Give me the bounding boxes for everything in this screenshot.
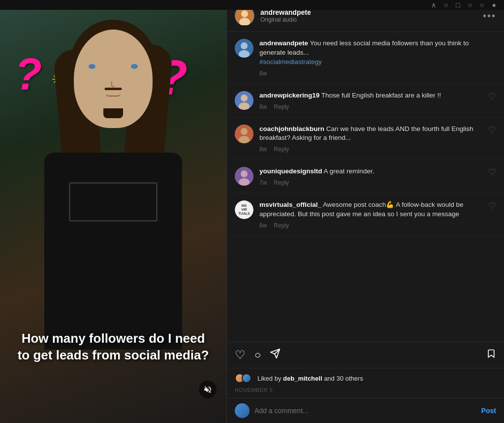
bookmark-icon — [486, 348, 496, 359]
reply-button[interactable]: Reply — [274, 179, 289, 186]
avatar-img — [235, 125, 253, 143]
comment-action-button[interactable]: ○ — [254, 349, 261, 361]
comment-item: andrewandpete You need less social media… — [227, 32, 504, 84]
comment-time: 8w — [259, 70, 267, 77]
likes-count: 30 others — [336, 375, 363, 382]
comment-item: MSVIRTUALS msvirtuals_official_ Awesome … — [227, 194, 504, 236]
input-user-avatar — [235, 403, 250, 418]
nav-icon-2: ○ — [444, 1, 448, 9]
comment-text: coachjohnblackburn Can we have the leads… — [259, 125, 482, 143]
question-mark-1: ? — [15, 49, 42, 100]
comment-time: 7w — [259, 179, 267, 186]
post-owner-info: andrewandpete Original audio — [260, 8, 483, 23]
nav-icon-4: ○ — [468, 1, 472, 9]
caption-text: How many followers do I need to get lead… — [15, 330, 212, 364]
top-nav: ∧ ○ □ ○ ○ ● — [0, 0, 504, 10]
comment-body: andrewpickering19 Those full English bre… — [259, 91, 482, 110]
comment-item: coachjohnblackburn Can we have the leads… — [227, 118, 504, 161]
like-button[interactable]: ♡ — [488, 200, 496, 211]
comment-avatar[interactable] — [235, 91, 253, 110]
comment-meta: 8w Reply — [259, 103, 482, 110]
likes-avatars — [235, 373, 249, 383]
reply-button[interactable]: Reply — [274, 103, 289, 110]
svg-point-10 — [241, 128, 248, 135]
mute-button[interactable] — [199, 381, 217, 398]
comment-content: A great reminder. — [324, 167, 375, 175]
likes-suffix: and — [322, 375, 337, 382]
like-button[interactable]: ♡ — [488, 91, 496, 102]
likes-avatar-2 — [242, 373, 252, 383]
avatar-img — [235, 39, 253, 58]
comment-username[interactable]: andrewandpete — [259, 39, 308, 47]
comment-meta: 8w Reply — [259, 222, 482, 229]
post-date: NOVEMBER 5 — [227, 385, 504, 398]
comment-username[interactable]: andrewpickering19 — [259, 92, 319, 99]
comment-text: msvirtuals_official_ Awesome post coach💪… — [259, 200, 482, 219]
comment-meta: 7w Reply — [259, 179, 482, 186]
comment-meta: 8w — [259, 70, 496, 77]
likes-section: Liked by deb_mitchell and 30 others — [227, 368, 504, 385]
comment-body: msvirtuals_official_ Awesome post coach💪… — [259, 200, 482, 229]
comment-input[interactable] — [254, 407, 476, 415]
comment-item: andrewpickering19 Those full English bre… — [227, 84, 504, 118]
comment-body: andrewandpete You need less social media… — [259, 39, 496, 77]
comment-text: andrewpickering19 Those full English bre… — [259, 91, 482, 100]
avatar-img — [235, 91, 253, 110]
comment-username[interactable]: coachjohnblackburn — [259, 125, 324, 132]
mute-icon — [203, 385, 212, 394]
action-bar: ♡ ○ — [227, 342, 504, 368]
comment-time: 8w — [259, 103, 267, 110]
reply-button[interactable]: Reply — [274, 146, 289, 153]
comment-item: youniquedesignsltd A great reminder. 7w … — [227, 160, 504, 194]
bookmark-button[interactable] — [486, 348, 496, 362]
comment-time: 8w — [259, 146, 267, 153]
comment-avatar[interactable]: MSVIRTUALS — [235, 200, 253, 219]
msv-logo: MSVIRTUALS — [235, 200, 253, 219]
comment-username[interactable]: msvirtuals_official_ — [259, 201, 321, 208]
avatar-img — [235, 167, 253, 186]
profile-avatar-small: ● — [492, 1, 496, 9]
comments-panel: andrewandpete Original audio ••• andrewa… — [226, 0, 504, 423]
comment-hashtag: #socialmediastrategy — [259, 58, 322, 65]
share-icon — [270, 348, 281, 359]
comment-meta: 8w Reply — [259, 146, 482, 153]
person-head — [74, 30, 153, 128]
like-button[interactable]: ♡ — [488, 167, 496, 178]
nav-icon-3: □ — [456, 1, 460, 9]
likes-prefix: Liked by — [257, 375, 283, 382]
like-button[interactable]: ♡ — [488, 125, 496, 135]
likes-text: Liked by deb_mitchell and 30 others — [257, 375, 363, 382]
svg-point-4 — [241, 42, 248, 49]
video-caption: How many followers do I need to get lead… — [0, 330, 226, 364]
svg-point-13 — [241, 170, 248, 177]
video-panel: ? ? ? ✳ How many followers do I need to … — [0, 0, 226, 423]
share-action-button[interactable] — [270, 348, 281, 362]
comment-text: youniquedesignsltd A great reminder. — [259, 167, 482, 176]
like-action-button[interactable]: ♡ — [235, 348, 246, 362]
comment-body: coachjohnblackburn Can we have the leads… — [259, 125, 482, 153]
comment-body: youniquedesignsltd A great reminder. 7w … — [259, 167, 482, 186]
comments-list: andrewandpete You need less social media… — [227, 32, 504, 342]
comment-content: Those full English breakfast are a kille… — [321, 92, 441, 99]
nav-icon-5: ○ — [480, 1, 484, 9]
comment-time: 8w — [259, 222, 267, 229]
more-options-button[interactable]: ••• — [483, 10, 496, 22]
comment-username[interactable]: youniquedesignsltd — [259, 167, 322, 175]
post-subtitle: Original audio — [260, 16, 483, 23]
person-body — [44, 153, 182, 350]
comment-avatar[interactable] — [235, 125, 253, 143]
likes-bold-name[interactable]: deb_mitchell — [283, 375, 322, 382]
nav-icon-1: ∧ — [431, 1, 436, 9]
comment-text: andrewandpete You need less social media… — [259, 39, 496, 67]
svg-point-1 — [241, 10, 248, 17]
svg-point-7 — [241, 95, 248, 101]
comment-avatar[interactable] — [235, 167, 253, 186]
comment-avatar[interactable] — [235, 39, 253, 58]
comment-input-bar: Post — [227, 398, 504, 423]
post-comment-button[interactable]: Post — [481, 407, 496, 415]
reply-button[interactable]: Reply — [274, 222, 289, 229]
